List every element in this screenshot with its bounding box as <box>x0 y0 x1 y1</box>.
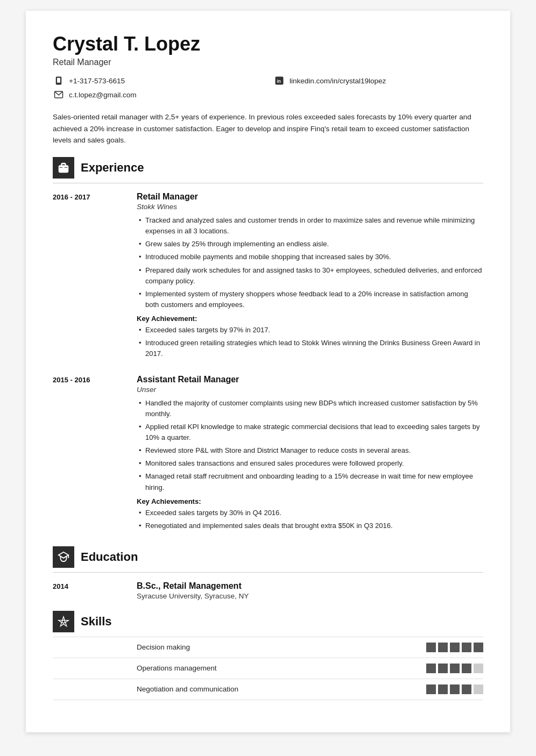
skill-block <box>426 643 436 652</box>
skill-block <box>462 664 471 673</box>
experience-title: Experience <box>81 161 144 175</box>
experience-entry: 2016 - 2017 Retail Manager Stokk Wines T… <box>53 192 483 362</box>
achievement-item: Renegotiated and implemented sales deals… <box>137 520 483 531</box>
exp-bullets: Handled the majority of customer complai… <box>137 398 483 493</box>
linkedin-item: in linkedin.com/in/crystal19lopez <box>273 75 483 87</box>
key-achievements-list: Exceeded sales targets by 30% in Q4 2016… <box>137 508 483 531</box>
bullet-item: Prepared daily work schedules for and as… <box>137 265 483 287</box>
svg-point-2 <box>58 83 59 84</box>
key-achievement-label: Key Achievement: <box>137 315 483 323</box>
summary-text: Sales-oriented retail manager with 2,5+ … <box>53 111 483 146</box>
education-entry: 2014 B.Sc., Retail Management Syracuse U… <box>53 581 483 600</box>
exp-job-title: Retail Manager <box>137 192 483 202</box>
skills-list: Decision making Operations management Ne… <box>53 637 483 700</box>
exp-company: Unser <box>137 386 483 394</box>
skill-block <box>450 664 460 673</box>
education-section: Education 2014 B.Sc., Retail Management … <box>53 546 483 600</box>
skill-block <box>438 664 448 673</box>
exp-job-title: Assistant Retail Manager <box>137 375 483 384</box>
skill-block <box>438 643 448 652</box>
phone-icon <box>53 75 65 87</box>
skill-block <box>426 664 436 673</box>
skill-entry: Negotiation and communication <box>53 679 483 700</box>
achievement-item: Exceeded sales targets by 30% in Q4 2016… <box>137 508 483 518</box>
svg-rect-1 <box>57 77 61 83</box>
skill-block <box>474 684 483 694</box>
bullet-item: Monitored sales transactions and ensured… <box>137 458 483 469</box>
edu-degree: B.Sc., Retail Management <box>137 581 483 591</box>
education-divider <box>53 572 483 573</box>
bullet-item: Implemented system of mystery shoppers w… <box>137 289 483 310</box>
skills-header: Skills <box>53 611 483 632</box>
edu-content: B.Sc., Retail Management Syracuse Univer… <box>137 581 483 600</box>
exp-bullets: Tracked and analyzed sales and customer … <box>137 215 483 310</box>
linkedin-url: linkedin.com/in/crystal19lopez <box>290 77 386 85</box>
bullet-item: Tracked and analyzed sales and customer … <box>137 215 483 237</box>
bullet-item: Reviewed store P&L with Store and Distri… <box>137 445 483 456</box>
skill-bar <box>426 643 483 652</box>
bullet-item: Handled the majority of customer complai… <box>137 398 483 419</box>
exp-content: Retail Manager Stokk Wines Tracked and a… <box>137 192 483 362</box>
skill-block <box>474 643 483 652</box>
contact-info: +1-317-573-6615 in linkedin.com/in/cryst… <box>53 75 483 101</box>
key-achievements-list: Exceeded sales targets by 97% in 2017.In… <box>137 325 483 359</box>
experience-header: Experience <box>53 157 483 179</box>
linkedin-icon: in <box>273 75 285 87</box>
edu-year: 2014 <box>53 581 128 600</box>
skill-block <box>462 643 471 652</box>
edu-institution: Syracuse University, Syracuse, NY <box>137 592 483 600</box>
candidate-name: Crystal T. Lopez <box>53 32 483 55</box>
skill-name: Decision making <box>137 643 418 651</box>
exp-content: Assistant Retail Manager Unser Handled t… <box>137 375 483 533</box>
education-header: Education <box>53 546 483 568</box>
education-icon-box <box>53 546 74 568</box>
skills-title: Skills <box>81 615 111 629</box>
skill-name: Operations management <box>137 664 418 672</box>
skills-icon <box>58 616 69 627</box>
education-list: 2014 B.Sc., Retail Management Syracuse U… <box>53 581 483 600</box>
phone-item: +1-317-573-6615 <box>53 75 263 87</box>
achievement-item: Introduced green retailing strategies wh… <box>137 338 483 359</box>
experience-entry: 2015 - 2016 Assistant Retail Manager Uns… <box>53 375 483 533</box>
email-address: c.t.lopez@gmail.com <box>69 91 137 99</box>
exp-company: Stokk Wines <box>137 203 483 211</box>
skill-block <box>474 664 483 673</box>
svg-text:in: in <box>277 79 281 84</box>
skill-entry: Operations management <box>53 658 483 679</box>
skill-block <box>438 684 448 694</box>
skills-icon-box <box>53 611 74 632</box>
skill-block <box>450 643 460 652</box>
skill-block <box>426 684 436 694</box>
bullet-item: Grew sales by 25% through implementing a… <box>137 239 483 249</box>
experience-list: 2016 - 2017 Retail Manager Stokk Wines T… <box>53 192 483 533</box>
header-section: Crystal T. Lopez Retail Manager +1-317-5… <box>53 32 483 101</box>
skill-block <box>450 684 460 694</box>
briefcase-icon-actual <box>58 162 69 174</box>
graduation-icon <box>58 551 69 563</box>
skill-bar <box>426 664 483 673</box>
experience-icon-box <box>53 157 74 179</box>
skill-block <box>462 684 471 694</box>
experience-divider <box>53 183 483 183</box>
bullet-item: Managed retail staff recruitment and onb… <box>137 471 483 493</box>
skill-name: Negotiation and communication <box>137 685 418 693</box>
achievement-item: Exceeded sales targets by 97% in 2017. <box>137 325 483 336</box>
candidate-title: Retail Manager <box>53 58 483 67</box>
experience-section: Experience 2016 - 2017 Retail Manager St… <box>53 157 483 533</box>
exp-dates: 2015 - 2016 <box>53 375 128 533</box>
email-icon <box>53 89 65 101</box>
bullet-item: Applied retail KPI knowledge to make str… <box>137 422 483 443</box>
skill-bar <box>426 684 483 694</box>
svg-rect-9 <box>59 166 68 172</box>
svg-point-14 <box>62 620 65 623</box>
phone-number: +1-317-573-6615 <box>69 77 125 85</box>
key-achievement-label: Key Achievements: <box>137 497 483 505</box>
bullet-item: Introduced mobile payments and mobile sh… <box>137 252 483 262</box>
education-title: Education <box>81 550 138 564</box>
resume-document: Crystal T. Lopez Retail Manager +1-317-5… <box>26 11 510 732</box>
skill-entry: Decision making <box>53 637 483 658</box>
exp-dates: 2016 - 2017 <box>53 192 128 362</box>
skills-section: Skills Decision making Operations manage… <box>53 611 483 700</box>
email-item: c.t.lopez@gmail.com <box>53 89 263 101</box>
